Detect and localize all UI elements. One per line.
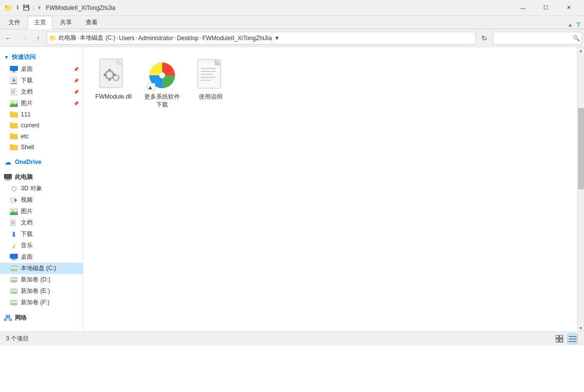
item-count: 3 个项目 <box>6 335 29 343</box>
tab-file[interactable]: 文件 <box>2 16 27 29</box>
list-view-btn[interactable] <box>567 334 578 344</box>
sidebar-item-onedrive[interactable]: ☁ OneDrive <box>0 157 83 168</box>
title-bar-divider: | <box>33 5 34 10</box>
sidebar-item-music[interactable]: ♪ 音乐 <box>0 240 83 251</box>
svg-rect-28 <box>10 254 18 259</box>
file-item-readme[interactable]: 使用说明 <box>188 55 233 113</box>
sidebar-item-etc[interactable]: etc <box>0 131 83 142</box>
right-scrollbar[interactable]: ▲ ▼ <box>577 47 584 332</box>
refresh-button[interactable]: ↻ <box>478 32 491 45</box>
sidebar-item-shell[interactable]: Shell <box>0 142 83 153</box>
sidebar-item-pictures[interactable]: 图片 📌 <box>0 98 83 109</box>
sidebar-item-d-drive[interactable]: 新加卷 (D:) <box>0 274 83 285</box>
d-drive-icon <box>10 276 18 284</box>
address-dropdown-btn[interactable]: ▼ <box>272 32 282 45</box>
back-button[interactable]: ← <box>2 32 15 45</box>
sidebar-item-network[interactable]: 网络 <box>0 312 83 324</box>
svg-point-42 <box>10 303 17 305</box>
file-item-shortcut[interactable]: 更多系统软件下载 <box>140 55 184 113</box>
breadcrumb-desktop[interactable]: Desktop <box>177 35 199 42</box>
forward-button[interactable]: → <box>17 32 30 45</box>
window-icon: 📁 <box>4 4 12 12</box>
sidebar-item-pictures-label: 图片 <box>21 99 33 108</box>
close-button[interactable]: ✕ <box>557 0 580 16</box>
scroll-down-arrow[interactable]: ▼ <box>578 325 584 332</box>
folder-current-icon <box>10 121 18 129</box>
quick-access-header[interactable]: ▼ 快速访问 <box>0 51 83 63</box>
network-section: 网络 <box>0 312 83 324</box>
ribbon-collapse-btn[interactable]: ▲ <box>567 21 573 28</box>
svg-point-14 <box>11 101 13 103</box>
shortcut-file-name: 更多系统软件下载 <box>142 93 182 109</box>
sidebar-item-3d[interactable]: ⬡ 3D 对象 <box>0 183 83 194</box>
shortcut-file-icon <box>146 59 178 91</box>
svg-rect-0 <box>10 66 18 71</box>
sidebar-item-desktop-label: 桌面 <box>21 65 33 73</box>
video-icon <box>10 196 18 204</box>
sidebar-item-111-label: 111 <box>21 111 31 118</box>
scroll-thumb[interactable] <box>578 108 584 189</box>
thispc-label: 此电脑 <box>15 173 33 181</box>
title-bar-controls: — ☐ ✕ <box>512 0 580 16</box>
status-bar: 3 个项目 <box>0 332 584 345</box>
f-drive-icon <box>10 299 18 307</box>
sidebar-item-current[interactable]: current <box>0 120 83 131</box>
file-item-dll[interactable]: FWModule.dll <box>91 55 136 113</box>
sidebar-item-pictures2[interactable]: 图片 <box>0 206 83 217</box>
sidebar-item-111[interactable]: 111 <box>0 109 83 120</box>
sidebar-item-download2-label: 下载 <box>21 230 33 238</box>
readme-file-name: 使用说明 <box>199 93 223 101</box>
breadcrumb-thispc[interactable]: 此电脑 <box>58 34 76 42</box>
sidebar-item-c-label: 本地磁盘 (C:) <box>21 264 56 273</box>
this-pc-section: 此电脑 ⬡ 3D 对象 视频 图片 <box>0 171 83 308</box>
breadcrumb-folder[interactable]: FWModuleII_XiTongZhiJia <box>202 35 272 42</box>
pin-icon-1: 📌 <box>73 78 79 83</box>
sidebar-item-download[interactable]: 下载 📌 <box>0 75 83 86</box>
svg-point-61 <box>159 72 165 78</box>
address-input[interactable]: 📁 此电脑 › 本地磁盘 (C:) › Users › Administrato… <box>47 32 476 45</box>
sidebar-item-c-drive[interactable]: 本地磁盘 (C:) <box>0 263 83 274</box>
breadcrumb-c[interactable]: 本地磁盘 (C:) <box>80 34 115 42</box>
minimize-button[interactable]: — <box>512 0 534 16</box>
grid-view-btn[interactable] <box>554 334 565 344</box>
svg-point-39 <box>10 291 17 293</box>
sidebar-item-download2[interactable]: ⬇ 下载 <box>0 228 83 240</box>
sidebar-item-pictures2-label: 图片 <box>21 207 33 216</box>
pin-icon-3: 📌 <box>73 101 79 106</box>
sidebar-item-desktop2[interactable]: 桌面 <box>0 251 83 263</box>
sidebar-item-documents-label: 文档 <box>21 88 33 96</box>
sidebar: ▼ 快速访问 桌面 📌 下载 📌 <box>0 47 83 332</box>
tab-home[interactable]: 主页 <box>28 16 53 29</box>
dropdown-icon: ▼ <box>37 5 42 10</box>
sidebar-item-download-label: 下载 <box>21 76 33 85</box>
sidebar-item-etc-label: etc <box>21 133 29 140</box>
music-icon: ♪ <box>10 242 18 250</box>
up-button[interactable]: ↑ <box>32 32 45 45</box>
sidebar-item-video[interactable]: 视频 <box>0 194 83 206</box>
search-input[interactable] <box>496 35 571 42</box>
sidebar-item-documents2[interactable]: 文档 <box>0 217 83 228</box>
quick-access-icon: ⬇ <box>15 4 20 11</box>
sidebar-item-documents[interactable]: 文档 📌 <box>0 86 83 98</box>
breadcrumb-admin[interactable]: Administrator <box>138 35 174 42</box>
svg-rect-57 <box>109 79 111 81</box>
network-label: 网络 <box>15 314 27 322</box>
folder-shell-icon <box>10 143 18 151</box>
svg-marker-20 <box>15 199 17 202</box>
sidebar-item-3d-label: 3D 对象 <box>21 184 42 193</box>
svg-rect-73 <box>556 335 559 338</box>
svg-rect-1 <box>12 71 15 72</box>
help-btn[interactable]: ? <box>576 21 580 29</box>
sidebar-item-thispc[interactable]: 此电脑 <box>0 171 83 183</box>
sidebar-item-f-drive[interactable]: 新加卷 (F:) <box>0 297 83 308</box>
tab-share[interactable]: 共享 <box>54 16 78 29</box>
svg-rect-7 <box>10 83 17 84</box>
folder-111-icon <box>10 111 18 118</box>
tab-view[interactable]: 查看 <box>79 16 104 29</box>
sidebar-item-desktop[interactable]: 桌面 📌 <box>0 63 83 75</box>
sidebar-item-e-drive[interactable]: 新加卷 (E:) <box>0 285 83 297</box>
svg-point-55 <box>114 76 118 80</box>
breadcrumb-users[interactable]: Users <box>119 35 134 42</box>
maximize-button[interactable]: ☐ <box>534 0 557 16</box>
scroll-up-arrow[interactable]: ▲ <box>578 47 584 54</box>
